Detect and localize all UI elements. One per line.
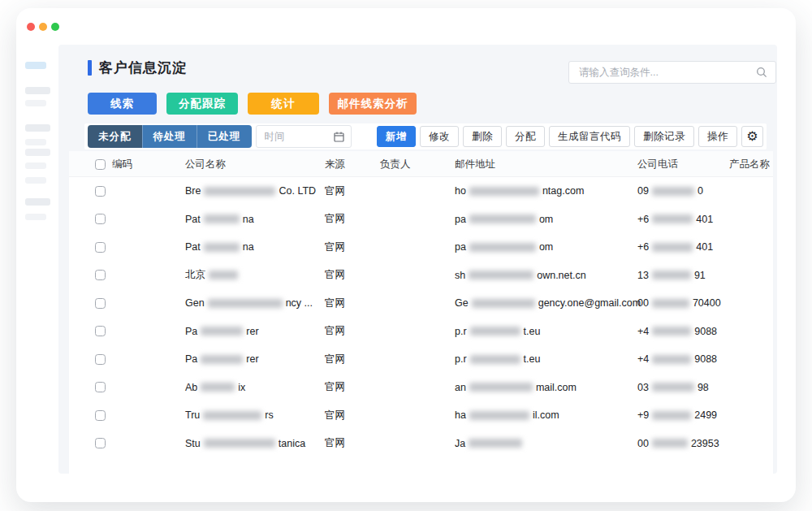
redacted-text: [204, 214, 240, 223]
redacted-text: [469, 439, 522, 448]
search-icon[interactable]: [756, 67, 767, 78]
sidebar-item[interactable]: [25, 139, 46, 145]
close-window-icon[interactable]: [27, 23, 35, 31]
header-company-name: 公司名称: [185, 151, 226, 177]
delete-record-button[interactable]: 删除记录: [634, 126, 694, 147]
sidebar-item[interactable]: [25, 87, 50, 94]
sidebar-item[interactable]: [25, 214, 46, 220]
header-company-phone: 公司电话: [637, 151, 678, 177]
assign-button[interactable]: 分配: [506, 126, 545, 147]
cell-company-name: Patna: [185, 233, 254, 262]
cell-company-name: Trurs: [185, 401, 274, 430]
cell-phone: +6401: [637, 233, 713, 262]
redacted-text: [652, 327, 691, 336]
row-checkbox[interactable]: [95, 214, 106, 224]
redacted-text: [652, 411, 691, 420]
nav-button-row: 线索 分配跟踪 统计 邮件线索分析: [88, 93, 417, 115]
sidebar-item-active[interactable]: [25, 62, 46, 69]
redacted-text: [652, 383, 694, 392]
table-row[interactable]: Parer 官网 p.rt.eu +49088: [69, 345, 773, 374]
tab-pending[interactable]: 待处理: [142, 125, 197, 148]
table-row[interactable]: Bre Co. LTD 官网 hontag.com 090: [69, 177, 773, 206]
row-checkbox[interactable]: [95, 410, 106, 421]
table-row[interactable]: Stutanica 官网 Ja 0023953: [69, 430, 773, 458]
sidebar-item[interactable]: [25, 177, 46, 184]
cell-company-name: Patna: [185, 206, 254, 234]
title-accent-bar: [88, 60, 92, 76]
table-row[interactable]: Patna 官网 paom +6401: [69, 233, 773, 262]
redacted-text: [204, 243, 240, 252]
redacted-text: [201, 383, 235, 392]
row-checkbox[interactable]: [95, 438, 106, 448]
generate-message-code-button[interactable]: 生成留言代码: [549, 126, 630, 147]
redacted-text: [201, 355, 243, 364]
sidebar-item[interactable]: [25, 162, 46, 169]
cell-email: Ja: [455, 430, 525, 458]
redacted-text: [469, 383, 533, 392]
redacted-text: [203, 411, 261, 420]
minimize-window-icon[interactable]: [39, 23, 47, 31]
search-input[interactable]: 请输入查询条件...: [568, 61, 776, 84]
zoom-window-icon[interactable]: [51, 23, 59, 31]
cell-source: 官网: [325, 318, 345, 346]
redacted-text: [204, 187, 275, 196]
table-row[interactable]: Parer 官网 p.rt.eu +49088: [69, 318, 773, 346]
cell-company-name: Abix: [185, 374, 245, 402]
cell-source: 官网: [325, 374, 345, 402]
date-filter-input[interactable]: 时间: [256, 125, 352, 148]
row-checkbox[interactable]: [95, 242, 106, 253]
calendar-icon[interactable]: [334, 132, 344, 142]
cell-company-name: Parer: [185, 318, 259, 346]
row-checkbox[interactable]: [95, 382, 106, 392]
table-row[interactable]: Abix 官网 anmail.com 0398: [69, 374, 773, 402]
row-checkbox[interactable]: [95, 270, 106, 280]
sidebar-item[interactable]: [25, 198, 50, 206]
nav-button-email-lead-analysis[interactable]: 邮件线索分析: [329, 93, 417, 115]
cell-company-name: 北京: [185, 262, 241, 290]
header-source: 来源: [325, 151, 345, 177]
cell-source: 官网: [325, 430, 345, 458]
sidebar-item[interactable]: [25, 149, 50, 156]
redacted-text: [469, 187, 539, 196]
table-row[interactable]: Trurs 官网 hail.com +92499: [69, 401, 773, 430]
settings-button[interactable]: ⚙: [741, 126, 763, 147]
nav-button-statistics[interactable]: 统计: [248, 93, 319, 115]
gear-icon: ⚙: [746, 130, 758, 143]
cell-phone: +49088: [637, 318, 717, 346]
select-all-checkbox[interactable]: [95, 159, 106, 170]
cell-email: shown.net.cn: [455, 262, 586, 290]
sidebar-item[interactable]: [25, 124, 50, 132]
cell-source: 官网: [325, 345, 345, 374]
toolbar: 未分配 待处理 已处理 时间 新增 修改 删除 分配 生成留言代码 删除记录: [84, 123, 767, 149]
table-header-row: 编码 公司名称 来源 负责人 邮件地址 公司电话 产品名称: [69, 151, 773, 177]
tab-unassigned[interactable]: 未分配: [88, 125, 142, 148]
nav-button-assign-track[interactable]: 分配跟踪: [166, 93, 238, 115]
tab-processed[interactable]: 已处理: [197, 125, 252, 148]
row-checkbox[interactable]: [95, 354, 106, 365]
modify-button[interactable]: 修改: [420, 126, 459, 147]
window-controls: [27, 23, 59, 31]
row-checkbox[interactable]: [95, 298, 106, 309]
redacted-text: [469, 243, 536, 252]
cell-source: 官网: [325, 177, 345, 206]
row-checkbox[interactable]: [95, 186, 106, 197]
app-window: 客户信息沉淀 请输入查询条件... 线索 分配跟踪 统计 邮件线索分析 未分配 …: [16, 8, 796, 502]
cell-source: 官网: [325, 401, 345, 430]
add-button[interactable]: 新增: [377, 126, 416, 147]
redacted-text: [469, 271, 533, 279]
operation-button[interactable]: 操作: [698, 126, 737, 147]
sidebar-item[interactable]: [25, 100, 46, 106]
table-row[interactable]: Patna 官网 paom +6401: [69, 206, 773, 234]
cell-source: 官网: [325, 262, 345, 290]
cell-email: p.rt.eu: [455, 318, 540, 346]
table-row[interactable]: 北京 官网 shown.net.cn 1391: [69, 262, 773, 290]
header-code: 编码: [112, 151, 132, 177]
cell-email: hontag.com: [455, 177, 584, 206]
delete-button[interactable]: 删除: [463, 126, 502, 147]
cell-company-name: Bre Co. LTD: [185, 177, 316, 206]
page-title-block: 客户信息沉淀: [88, 58, 187, 77]
row-checkbox[interactable]: [95, 326, 106, 336]
nav-button-leads[interactable]: 线索: [88, 93, 157, 115]
redacted-text: [201, 327, 243, 336]
table-row[interactable]: Genncy ... 官网 Gegency.one@gmail.com 0070…: [69, 289, 773, 318]
